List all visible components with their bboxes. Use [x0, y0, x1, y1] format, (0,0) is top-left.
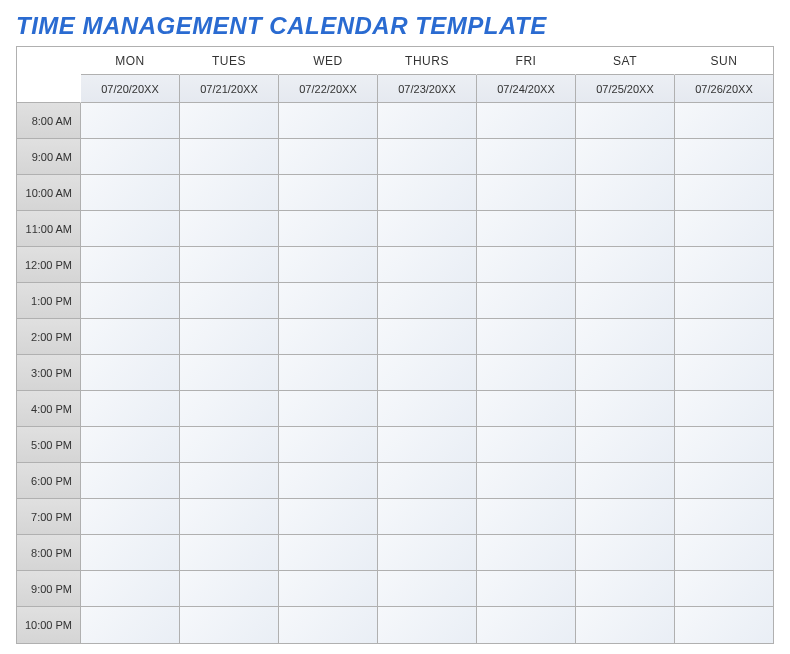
time-slot[interactable]	[378, 247, 477, 283]
time-slot[interactable]	[378, 139, 477, 175]
time-slot[interactable]	[180, 247, 279, 283]
time-slot[interactable]	[279, 103, 378, 139]
time-slot[interactable]	[477, 283, 576, 319]
time-slot[interactable]	[576, 355, 675, 391]
time-slot[interactable]	[477, 319, 576, 355]
time-slot[interactable]	[675, 427, 773, 463]
time-slot[interactable]	[378, 499, 477, 535]
time-slot[interactable]	[675, 499, 773, 535]
time-slot[interactable]	[477, 355, 576, 391]
time-slot[interactable]	[576, 463, 675, 499]
time-slot[interactable]	[576, 607, 675, 643]
time-slot[interactable]	[180, 463, 279, 499]
time-slot[interactable]	[576, 499, 675, 535]
time-slot[interactable]	[576, 535, 675, 571]
time-slot[interactable]	[180, 319, 279, 355]
time-slot[interactable]	[279, 211, 378, 247]
time-slot[interactable]	[378, 463, 477, 499]
time-slot[interactable]	[477, 211, 576, 247]
time-slot[interactable]	[81, 283, 180, 319]
time-slot[interactable]	[675, 607, 773, 643]
time-slot[interactable]	[279, 355, 378, 391]
time-slot[interactable]	[180, 607, 279, 643]
time-slot[interactable]	[675, 319, 773, 355]
time-slot[interactable]	[576, 391, 675, 427]
time-slot[interactable]	[477, 535, 576, 571]
time-slot[interactable]	[675, 247, 773, 283]
time-slot[interactable]	[576, 139, 675, 175]
time-slot[interactable]	[81, 391, 180, 427]
time-slot[interactable]	[477, 571, 576, 607]
time-slot[interactable]	[576, 427, 675, 463]
time-slot[interactable]	[675, 175, 773, 211]
time-slot[interactable]	[576, 103, 675, 139]
time-slot[interactable]	[477, 463, 576, 499]
time-slot[interactable]	[477, 175, 576, 211]
time-slot[interactable]	[81, 175, 180, 211]
time-slot[interactable]	[81, 571, 180, 607]
time-slot[interactable]	[180, 355, 279, 391]
time-slot[interactable]	[378, 283, 477, 319]
time-slot[interactable]	[576, 175, 675, 211]
time-slot[interactable]	[675, 571, 773, 607]
time-slot[interactable]	[378, 103, 477, 139]
time-slot[interactable]	[378, 211, 477, 247]
time-slot[interactable]	[81, 247, 180, 283]
time-slot[interactable]	[378, 535, 477, 571]
time-slot[interactable]	[81, 355, 180, 391]
time-slot[interactable]	[378, 319, 477, 355]
time-slot[interactable]	[81, 427, 180, 463]
time-slot[interactable]	[378, 355, 477, 391]
time-slot[interactable]	[675, 391, 773, 427]
time-slot[interactable]	[180, 391, 279, 427]
time-slot[interactable]	[378, 571, 477, 607]
time-slot[interactable]	[378, 175, 477, 211]
time-slot[interactable]	[180, 571, 279, 607]
time-slot[interactable]	[576, 247, 675, 283]
time-slot[interactable]	[180, 499, 279, 535]
time-slot[interactable]	[477, 499, 576, 535]
time-slot[interactable]	[279, 247, 378, 283]
time-slot[interactable]	[576, 319, 675, 355]
time-slot[interactable]	[675, 463, 773, 499]
time-slot[interactable]	[180, 175, 279, 211]
time-slot[interactable]	[675, 211, 773, 247]
time-slot[interactable]	[81, 607, 180, 643]
time-slot[interactable]	[477, 247, 576, 283]
time-slot[interactable]	[279, 139, 378, 175]
time-slot[interactable]	[81, 319, 180, 355]
time-slot[interactable]	[675, 535, 773, 571]
time-slot[interactable]	[477, 607, 576, 643]
time-slot[interactable]	[279, 283, 378, 319]
time-slot[interactable]	[180, 283, 279, 319]
time-slot[interactable]	[279, 175, 378, 211]
time-slot[interactable]	[477, 139, 576, 175]
time-slot[interactable]	[81, 535, 180, 571]
time-slot[interactable]	[279, 535, 378, 571]
time-slot[interactable]	[378, 391, 477, 427]
time-slot[interactable]	[279, 463, 378, 499]
time-slot[interactable]	[279, 607, 378, 643]
time-slot[interactable]	[81, 463, 180, 499]
time-slot[interactable]	[180, 427, 279, 463]
time-slot[interactable]	[576, 283, 675, 319]
time-slot[interactable]	[576, 211, 675, 247]
time-slot[interactable]	[279, 319, 378, 355]
time-slot[interactable]	[81, 499, 180, 535]
time-slot[interactable]	[180, 103, 279, 139]
time-slot[interactable]	[279, 499, 378, 535]
time-slot[interactable]	[279, 427, 378, 463]
time-slot[interactable]	[180, 535, 279, 571]
time-slot[interactable]	[675, 103, 773, 139]
time-slot[interactable]	[279, 391, 378, 427]
time-slot[interactable]	[378, 427, 477, 463]
time-slot[interactable]	[477, 103, 576, 139]
time-slot[interactable]	[477, 427, 576, 463]
time-slot[interactable]	[675, 139, 773, 175]
time-slot[interactable]	[81, 211, 180, 247]
time-slot[interactable]	[180, 211, 279, 247]
time-slot[interactable]	[279, 571, 378, 607]
time-slot[interactable]	[81, 103, 180, 139]
time-slot[interactable]	[675, 355, 773, 391]
time-slot[interactable]	[576, 571, 675, 607]
